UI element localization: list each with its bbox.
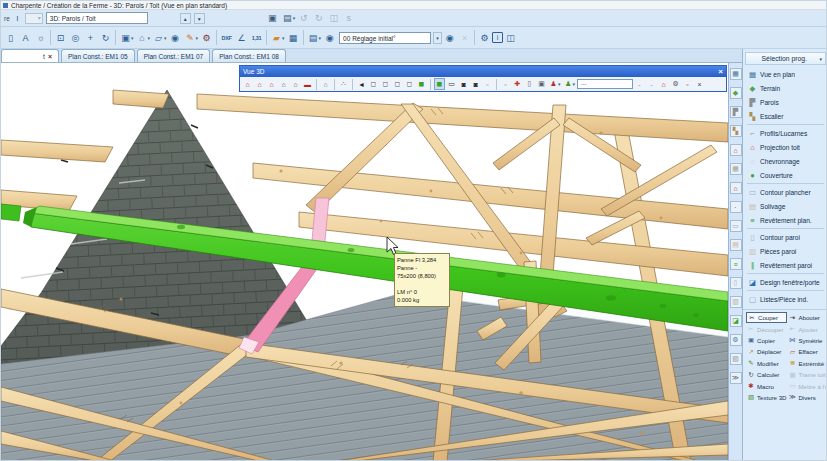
gears-icon[interactable]: ⚙ bbox=[670, 78, 681, 90]
page-icon[interactable]: ▯ bbox=[524, 78, 535, 90]
display-settings2-icon[interactable]: ◉ bbox=[442, 30, 457, 46]
cabinet-icon[interactable]: ▦ bbox=[286, 30, 301, 46]
sidebar-item-vue-en-plan[interactable]: ▦Vue en plan bbox=[743, 67, 827, 81]
text-cursor-icon[interactable]: I bbox=[13, 14, 22, 23]
strip-point-icon[interactable]: · bbox=[730, 201, 742, 213]
strip-terrain-icon[interactable]: ◆ bbox=[730, 87, 742, 99]
copier-button[interactable]: ▣Copier bbox=[746, 335, 787, 346]
sidebar-item-design-fenetre-porte[interactable]: ◪Design fenêtre/porte bbox=[743, 275, 827, 289]
eye-icon[interactable]: ◉ bbox=[168, 30, 183, 46]
camera-icon[interactable]: ◙ bbox=[458, 78, 469, 90]
cube-view1-icon[interactable]: ◻ bbox=[368, 78, 379, 90]
macro-button[interactable]: ✱Macro bbox=[746, 380, 787, 391]
deplacer-button[interactable]: ↗Déplacer bbox=[746, 346, 787, 357]
tab-plan-const-em1-05[interactable]: Plan Const.: EM1 05 bbox=[61, 49, 135, 62]
pencil-icon-dropdown[interactable]: ▾ bbox=[196, 35, 199, 41]
roof-red-icon[interactable]: ⌂ bbox=[242, 78, 253, 90]
texture-3d-button[interactable]: ▧Texture 3D bbox=[746, 392, 787, 403]
page2-icon[interactable]: ▫ bbox=[682, 78, 693, 90]
vue3d-toolbar-close-icon[interactable]: × bbox=[694, 78, 705, 90]
strip-solivage-icon[interactable]: ▤ bbox=[730, 239, 742, 251]
roof-grid2-icon[interactable]: ⌂ bbox=[266, 78, 277, 90]
dxf-export-icon[interactable]: DXF bbox=[219, 30, 234, 46]
home-view-icon-dropdown[interactable]: ▾ bbox=[148, 35, 151, 41]
strip-projection-toit-icon[interactable]: ⌂ bbox=[730, 144, 742, 156]
tab-close-icon[interactable]: × bbox=[48, 53, 52, 60]
gear-flag-icon[interactable]: ⚙ bbox=[199, 30, 214, 46]
sidebar-item-revetement-plan[interactable]: ≡Revêtement plan. bbox=[743, 213, 827, 227]
symetrie-button[interactable]: ⋈Symétrie bbox=[787, 335, 827, 346]
tab-plan-const-em1-08[interactable]: Plan Const.: EM1 08 bbox=[212, 49, 286, 62]
tab-3d-parois-toit[interactable]: t× bbox=[1, 49, 59, 62]
lamp-icon[interactable]: ☼ bbox=[33, 30, 48, 46]
strip-couverture-icon[interactable]: ⌂ bbox=[730, 182, 742, 194]
vue-3d-titlebar[interactable]: Vue 3D × bbox=[240, 66, 726, 77]
divers-button[interactable]: ≫Divers bbox=[787, 392, 827, 403]
strip-escalier-icon[interactable]: ▚ bbox=[730, 125, 742, 137]
sidebar-item-projection-toit[interactable]: ⌂Projection toit bbox=[743, 140, 827, 154]
strip-pieces-paroi-icon[interactable]: ▥ bbox=[730, 296, 742, 308]
sidebar-item-profils-lucarnes[interactable]: ⌐Profils/Lucarnes bbox=[743, 126, 827, 140]
sidebar-item-solivage[interactable]: ▤Solivage bbox=[743, 199, 827, 213]
view-up-button[interactable]: ▲ bbox=[180, 13, 191, 24]
cube-green-active-icon[interactable]: ◼ bbox=[434, 78, 445, 90]
monitor-icon[interactable]: ▭ bbox=[446, 78, 457, 90]
percent1-icon[interactable]: ▫ bbox=[482, 78, 493, 90]
binoculars-icon[interactable]: ◫ bbox=[503, 30, 518, 46]
modifier-button[interactable]: ✎Modifier bbox=[746, 358, 787, 369]
extremite-button[interactable]: ≣Extrémité bbox=[787, 358, 827, 369]
red-rect-icon[interactable]: ▬ bbox=[302, 78, 313, 90]
walk-mode-icon[interactable]: ∴ bbox=[338, 78, 349, 90]
strip-chevronnage-icon[interactable]: ▦ bbox=[730, 163, 742, 175]
red-pin-icon[interactable]: ✚ bbox=[512, 78, 523, 90]
sidebar-item-contour-paroi[interactable]: ▯Contour paroi bbox=[743, 230, 827, 244]
cubes-icon[interactable]: ▣ bbox=[536, 78, 547, 90]
display-settings-icon[interactable]: ◉ bbox=[322, 30, 337, 46]
strip-vue-en-plan-icon[interactable]: ▦ bbox=[730, 68, 742, 80]
orbit-3d-icon-dropdown[interactable]: ▾ bbox=[131, 35, 134, 41]
view-down-button[interactable]: ▼ bbox=[194, 13, 205, 24]
vue-3d-combo[interactable]: --- bbox=[577, 79, 633, 89]
percent2-icon[interactable]: ▫ bbox=[500, 78, 511, 90]
house-outline2-icon[interactable]: ⌂ bbox=[290, 78, 301, 90]
undo-icon[interactable]: ↺ bbox=[296, 10, 311, 26]
pan-icon[interactable]: + bbox=[83, 30, 98, 46]
abouter-button[interactable]: ⇥Abouter bbox=[787, 312, 827, 323]
3d-scene[interactable] bbox=[1, 63, 728, 461]
tab-plan-const-em1-07[interactable]: Plan Const.: EM1 07 bbox=[137, 49, 211, 62]
strip-contour-plancher-icon[interactable]: ▭ bbox=[730, 220, 742, 232]
profile-icon-dropdown[interactable]: ▾ bbox=[282, 35, 285, 41]
view-selector-combo[interactable]: 3D: Parois / Toit bbox=[46, 12, 148, 24]
display-setting-combo[interactable]: 00 Réglage initial° bbox=[339, 32, 431, 44]
dash1-icon[interactable]: - bbox=[634, 78, 645, 90]
cube-view4-icon[interactable]: ◻ bbox=[404, 78, 415, 90]
strip-contour-paroi-icon[interactable]: ▯ bbox=[730, 277, 742, 289]
sidebar-item-listes-piece-ind[interactable]: ▢Listes/Pièce ind. bbox=[743, 292, 827, 306]
selection-mode-icon[interactable]: s bbox=[341, 10, 356, 26]
plane-view-icon-dropdown[interactable]: ▾ bbox=[164, 35, 167, 41]
vue-3d-window[interactable]: Vue 3D × ⌂⌂⌂⌂⌂▬⌂∴◄◻◻◻◻◼◼▭◙◙▫▫✚▯▣♟▾♟▾ ---… bbox=[239, 65, 727, 92]
layers-icon-dropdown[interactable]: ▾ bbox=[293, 15, 296, 21]
strip-revetement-paroi-icon[interactable]: ◪ bbox=[730, 315, 742, 327]
couper-button[interactable]: ✂Couper bbox=[746, 312, 787, 323]
save-icon[interactable]: ▣ bbox=[265, 10, 280, 26]
figure-green-icon-dropdown[interactable]: ▾ bbox=[573, 81, 576, 87]
sidebar-item-escalier[interactable]: ▚Escalier bbox=[743, 109, 827, 123]
rotate-view-icon[interactable]: ↻ bbox=[98, 30, 113, 46]
cube-green-icon[interactable]: ◼ bbox=[416, 78, 427, 90]
strip-parois-icon[interactable]: ▛ bbox=[730, 106, 742, 118]
strip-design-icon[interactable]: ⚙ bbox=[730, 334, 742, 346]
sidebar-item-parois[interactable]: ▛Parois bbox=[743, 95, 827, 109]
zoom-window-icon[interactable]: ⊡ bbox=[53, 30, 68, 46]
list-icon-dropdown[interactable]: ▾ bbox=[319, 35, 322, 41]
sheet-icon[interactable]: ◫ bbox=[326, 10, 341, 26]
info-icon[interactable]: i bbox=[492, 32, 503, 43]
font-size-icon[interactable]: A bbox=[18, 30, 33, 46]
delete-setting-icon[interactable]: × bbox=[457, 30, 472, 46]
sidebar-item-chevronnage[interactable]: ⌂Chevronnage bbox=[743, 154, 827, 168]
house-outline-icon[interactable]: ⌂ bbox=[278, 78, 289, 90]
vue-3d-close-icon[interactable]: × bbox=[718, 67, 723, 77]
camera2-icon[interactable]: ◙ bbox=[470, 78, 481, 90]
cube-view2-icon[interactable]: ◻ bbox=[380, 78, 391, 90]
gear-icon[interactable]: ⚙ bbox=[477, 30, 492, 46]
